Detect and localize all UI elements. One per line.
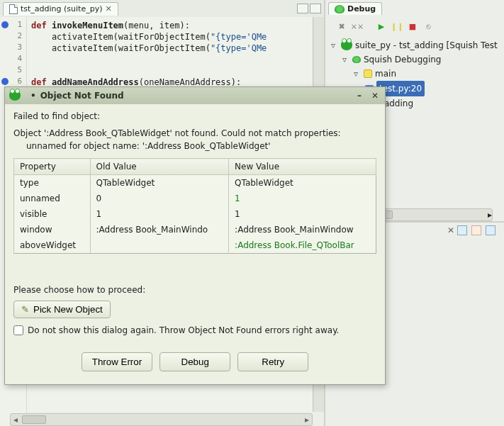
editor-tabbar: tst_adding (suite_py) ✕ — [0, 0, 324, 17]
gutter-line[interactable]: 3 — [0, 43, 26, 54]
cell-new: :Address Book_MainWindow — [229, 222, 376, 237]
cell-new: :Address Book.File_QToolBar — [229, 237, 376, 254]
close-icon[interactable]: ✕ — [444, 225, 457, 235]
pick-new-object-button[interactable]: ✎ Pick New Object — [13, 301, 111, 318]
debug-tabbar: Debug — [325, 0, 504, 17]
checkbox-label: Do not show this dialog again. Throw Obj… — [28, 325, 339, 335]
cell-property: type — [14, 175, 91, 191]
terminate-icon[interactable]: ■ — [406, 20, 419, 33]
remove-icon[interactable]: ✖ — [335, 20, 348, 33]
scroll-right-icon[interactable]: ▸ — [488, 210, 492, 220]
cell-new: QTableWidget — [229, 175, 376, 191]
table-row[interactable]: window:Address Book_MainWindo:Address Bo… — [14, 222, 376, 237]
debug-button[interactable]: Debug — [159, 352, 230, 371]
dialog-content: Failed to find object: Object ':Address … — [5, 104, 385, 371]
dialog-titlebar[interactable]: • Object Not Found – ✕ — [5, 87, 385, 104]
gutter-line[interactable]: 2 — [0, 31, 26, 43]
thread-icon — [364, 69, 372, 78]
minimize-icon[interactable]: – — [354, 91, 365, 101]
cell-new: 1 — [229, 206, 376, 222]
dialog-button-row: Throw Error Debug Retry — [13, 352, 376, 371]
maximize-icon[interactable] — [310, 4, 321, 13]
panel-icon[interactable] — [486, 225, 495, 235]
throw-error-button[interactable]: Throw Error — [82, 352, 152, 371]
gutter-line[interactable]: 1 — [0, 20, 26, 31]
col-header[interactable]: New Value — [229, 159, 376, 175]
pencil-icon: ✎ — [21, 304, 29, 315]
bug-icon — [335, 5, 345, 13]
scroll-right-icon[interactable]: ▸ — [302, 415, 312, 425]
proceed-label: Please choose how to proceed: — [13, 285, 376, 295]
debug-tab-label: Debug — [347, 4, 376, 13]
cell-property: visible — [14, 206, 91, 222]
suspend-icon[interactable]: ❙❙ — [391, 20, 403, 33]
tree-item-label[interactable]: main — [375, 67, 396, 81]
pick-new-object-label: Pick New Object — [33, 304, 103, 315]
cell-property: aboveWidget — [14, 237, 91, 254]
minimize-icon[interactable] — [297, 4, 308, 13]
cell-old: 1 — [90, 206, 229, 222]
cell-old: :Address Book_MainWindo — [90, 222, 229, 237]
twisty-icon[interactable]: ▿ — [354, 67, 361, 81]
cell-property: window — [14, 222, 91, 237]
debug-toolbar: ✖ ⨯⨯ ▶ ❙❙ ■ ⎋ — [325, 17, 504, 35]
suppress-dialog-checkbox[interactable]: Do not show this dialog again. Throw Obj… — [13, 325, 376, 335]
col-header[interactable]: Property — [14, 159, 91, 175]
scroll-left-icon[interactable]: ◂ — [11, 415, 21, 425]
checkbox-input[interactable] — [13, 325, 23, 335]
remove-all-icon[interactable]: ⨯⨯ — [351, 20, 364, 33]
cell-old: QTableWidget — [90, 175, 229, 191]
panel-icon[interactable] — [471, 225, 481, 235]
resume-icon[interactable]: ▶ — [375, 20, 388, 33]
disconnect-icon[interactable]: ⎋ — [422, 20, 435, 33]
editor-tab[interactable]: tst_adding (suite_py) ✕ — [3, 2, 118, 16]
dialog-message: Failed to find object: — [13, 111, 376, 121]
retry-button[interactable]: Retry — [237, 352, 308, 371]
twisty-icon[interactable]: ▿ — [342, 52, 349, 67]
editor-tab-label: tst_adding (suite_py) — [21, 4, 102, 13]
object-not-found-dialog: • Object Not Found – ✕ Failed to find ob… — [4, 86, 386, 385]
gutter-line[interactable]: 5 — [0, 65, 26, 77]
gutter-line[interactable]: 4 — [0, 54, 26, 65]
bug-icon — [352, 56, 361, 63]
dialog-detail: Object ':Address Book_QTableWidget' not … — [13, 128, 376, 138]
table-row[interactable]: aboveWidget:Address Book.File_QToolBar — [14, 237, 376, 254]
close-icon[interactable]: ✕ — [105, 4, 111, 13]
debug-tab[interactable]: Debug — [328, 2, 382, 15]
table-row[interactable]: typeQTableWidgetQTableWidget — [14, 175, 376, 191]
frog-icon — [9, 91, 21, 101]
horizontal-scrollbar[interactable]: ◂ ▸ — [10, 413, 313, 426]
cell-new: 1 — [229, 191, 376, 206]
dialog-title: Object Not Found — [40, 91, 124, 101]
scroll-thumb[interactable] — [22, 415, 46, 424]
cell-old: 0 — [90, 191, 229, 206]
col-header[interactable]: Old Value — [90, 159, 229, 175]
tree-item-label[interactable]: Squish Debugging — [364, 52, 441, 67]
frog-icon — [341, 40, 352, 50]
panel-icon[interactable] — [457, 225, 467, 235]
table-row[interactable]: unnamed01 — [14, 191, 376, 206]
cell-old — [90, 237, 229, 254]
close-icon[interactable]: ✕ — [369, 91, 381, 101]
twisty-icon[interactable]: ▿ — [331, 38, 338, 52]
dialog-detail: unnamed for object name: ':Address Book_… — [13, 141, 376, 151]
tree-root-label[interactable]: suite_py - tst_adding [Squish Test — [355, 38, 498, 52]
file-icon — [9, 4, 18, 14]
cell-property: unnamed — [14, 191, 91, 206]
properties-table: Property Old Value New Value typeQTableW… — [13, 158, 376, 254]
table-row[interactable]: visible11 — [14, 206, 376, 222]
